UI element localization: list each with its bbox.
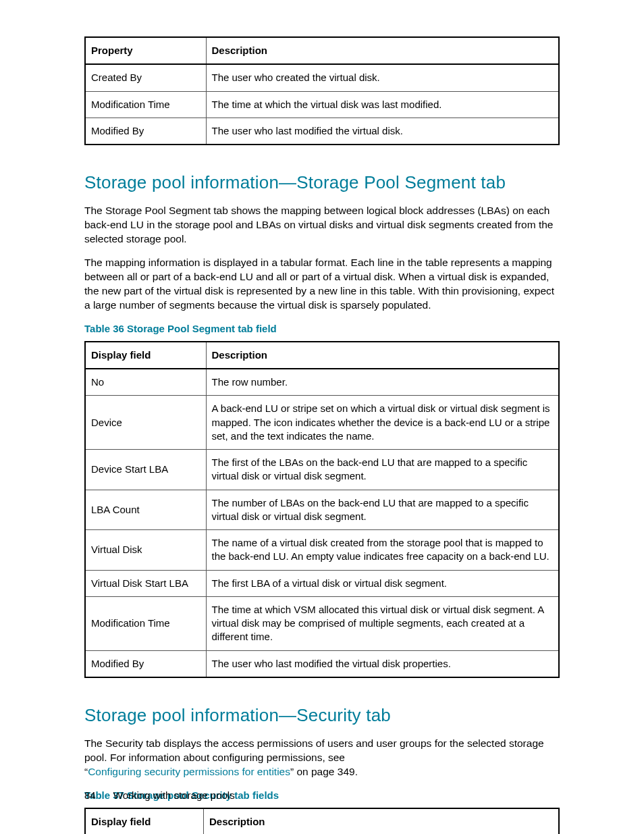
cell: No — [85, 369, 206, 396]
cell: Virtual Disk Start LBA — [85, 570, 206, 596]
cell-description: The time at which the virtual disk was l… — [206, 91, 559, 118]
cell-property: Modification Time — [85, 91, 206, 118]
link-configuring-security[interactable]: Configuring security permissions for ent… — [88, 766, 290, 777]
header-description: Description — [204, 808, 560, 834]
text: ” on page 349. — [290, 766, 358, 777]
table-row: Modification Time The time at which the … — [85, 91, 559, 118]
cell-description: The user who created the virtual disk. — [206, 64, 559, 91]
header-display-field: Display field — [85, 808, 204, 834]
table-row: Modified ByThe user who last modified th… — [85, 650, 559, 677]
page-number: 84 — [84, 789, 96, 801]
cell: Virtual Disk — [85, 530, 206, 571]
paragraph: The Storage Pool Segment tab shows the m… — [84, 204, 560, 246]
table-row: Virtual DiskThe name of a virtual disk c… — [85, 530, 559, 571]
table-header-row: Display field Description — [85, 342, 559, 369]
cell: The time at which VSM allocated this vir… — [206, 596, 559, 650]
section-heading-segment-tab: Storage pool information—Storage Pool Se… — [84, 171, 560, 194]
document-page: Property Description Created By The user… — [0, 0, 644, 834]
cell-property: Modified By — [85, 118, 206, 145]
header-display-field: Display field — [85, 342, 206, 369]
header-property: Property — [85, 37, 206, 64]
table-header-row: Display field Description — [85, 808, 559, 834]
section-heading-security-tab: Storage pool information—Security tab — [84, 704, 560, 727]
header-description: Description — [206, 342, 559, 369]
cell: Modified By — [85, 650, 206, 677]
page-footer: 84 Working with storage pools — [84, 789, 235, 802]
table-row: Device Start LBAThe first of the LBAs on… — [85, 450, 559, 490]
paragraph: The Security tab displays the access per… — [84, 737, 560, 779]
cell: The first LBA of a virtual disk or virtu… — [206, 570, 559, 596]
table-row: Created By The user who created the virt… — [85, 64, 559, 91]
text: The Security tab displays the access per… — [84, 737, 544, 763]
cell: The row number. — [206, 369, 559, 396]
cell: Modification Time — [85, 596, 206, 650]
cell: A back-end LU or stripe set on which a v… — [206, 396, 559, 450]
cell: The name of a virtual disk created from … — [206, 530, 559, 571]
table-caption: Table 36 Storage Pool Segment tab field — [84, 322, 560, 336]
table-row: DeviceA back-end LU or stripe set on whi… — [85, 396, 559, 450]
table-row: Modified By The user who last modified t… — [85, 118, 559, 145]
header-description: Description — [206, 37, 559, 64]
cell: The first of the LBAs on the back-end LU… — [206, 450, 559, 490]
table-row: NoThe row number. — [85, 369, 559, 396]
segment-tab-table: Display field Description NoThe row numb… — [84, 341, 560, 678]
property-table: Property Description Created By The user… — [84, 36, 560, 145]
table-row: Modification TimeThe time at which VSM a… — [85, 596, 559, 650]
security-tab-table: Display field Description NoThe row numb… — [84, 808, 560, 834]
cell-property: Created By — [85, 64, 206, 91]
cell: LBA Count — [85, 490, 206, 530]
cell: Device — [85, 396, 206, 450]
cell: The user who last modified the virtual d… — [206, 650, 559, 677]
paragraph: The mapping information is displayed in … — [84, 256, 560, 313]
cell: The number of LBAs on the back-end LU th… — [206, 490, 559, 530]
table-row: Virtual Disk Start LBAThe first LBA of a… — [85, 570, 559, 596]
footer-title: Working with storage pools — [113, 789, 235, 801]
table-row: LBA CountThe number of LBAs on the back-… — [85, 490, 559, 530]
table-header-row: Property Description — [85, 37, 559, 64]
cell-description: The user who last modified the virtual d… — [206, 118, 559, 145]
cell: Device Start LBA — [85, 450, 206, 490]
